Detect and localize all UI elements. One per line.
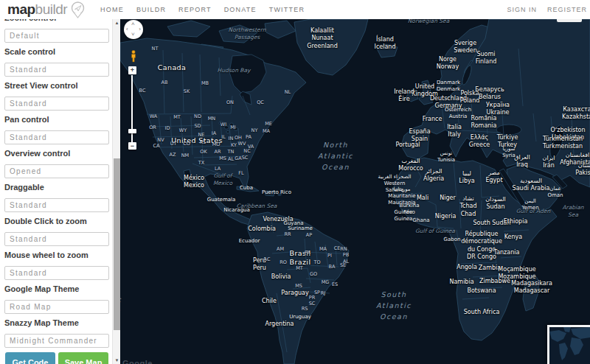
field-snazzy-map-theme: Snazzy Map ThemeMidnight Commander [4, 318, 109, 348]
select-google-map-theme[interactable]: Road Map [4, 300, 109, 314]
field-label: Pan control [4, 115, 109, 125]
select-street-view-control[interactable]: Standard [4, 97, 109, 111]
logo[interactable]: mapbuildr [7, 1, 86, 18]
nav-item-report[interactable]: REPORT [178, 6, 212, 13]
field-draggable: DraggableStandard [4, 183, 109, 212]
pan-right-icon[interactable]: › [139, 27, 141, 32]
field-zoom-control: Zoom controlDefault [4, 19, 109, 43]
field-street-view-control: Street View controlStandard [4, 81, 109, 111]
field-label: Zoom control [4, 19, 109, 23]
pan-down-icon[interactable]: ˅ [131, 32, 135, 38]
pan-control[interactable]: ˄ ˅ ‹ › [124, 20, 143, 39]
select-double-click-to-zoom[interactable]: Standard [4, 232, 109, 246]
zoom-out-button[interactable]: − [128, 142, 136, 150]
field-double-click-to-zoom: Double Click to zoomStandard [4, 217, 109, 246]
google-attribution: Google [122, 359, 153, 364]
settings-sidebar: Zoom controlDefaultScale controlStandard… [0, 19, 112, 364]
account-link-register[interactable]: REGISTER [547, 6, 587, 13]
logo-text-light: buildr [35, 1, 67, 18]
select-overview-control[interactable]: Opened [4, 164, 109, 178]
sidebar-buttons: Get CodeSave Map [4, 352, 109, 364]
save-map-button[interactable]: Save Map [58, 352, 108, 364]
field-label: Street View control [4, 81, 109, 91]
settings-form: Zoom controlDefaultScale controlStandard… [0, 19, 112, 364]
pan-left-icon[interactable]: ‹ [126, 27, 128, 32]
field-label: Double Click to zoom [4, 217, 109, 226]
street-view-pegman-icon[interactable] [130, 50, 137, 66]
nav-item-home[interactable]: HOME [100, 6, 124, 13]
map-type-control[interactable] [557, 19, 582, 22]
field-scale-control: Scale controlStandard [4, 47, 109, 77]
scrollbar-thumb[interactable] [114, 158, 120, 330]
main-nav: HOMEBUILDRREPORTDONATETWITTER [100, 6, 305, 13]
map-canvas[interactable]: North Atlantic OceanSouth Atlantic Ocean… [120, 19, 590, 364]
nav-item-twitter[interactable]: TWITTER [269, 6, 305, 13]
select-snazzy-map-theme[interactable]: Midnight Commander [4, 334, 109, 348]
overview-map-inset[interactable] [547, 325, 590, 364]
select-pan-control[interactable]: Standard [4, 130, 109, 144]
logo-text-bold: map [7, 1, 35, 18]
field-label: Mouse wheel to zoom [4, 251, 109, 260]
pan-up-icon[interactable]: ˄ [131, 21, 135, 27]
field-google-map-theme: Google Map ThemeRoad Map [4, 284, 109, 314]
field-label: Scale control [4, 47, 109, 57]
select-zoom-control[interactable]: Default [4, 29, 109, 43]
select-draggable[interactable]: Standard [4, 198, 109, 212]
field-label: Snazzy Map Theme [4, 318, 109, 328]
field-label: Overview control [4, 149, 109, 158]
get-code-button[interactable]: Get Code [5, 352, 55, 364]
field-pan-control: Pan controlStandard [4, 115, 109, 144]
zoom-in-button[interactable]: + [128, 66, 136, 74]
select-mouse-wheel-to-zoom[interactable]: Standard [4, 266, 109, 280]
account-link-sign-in[interactable]: SIGN IN [507, 6, 537, 13]
zoom-handle[interactable] [128, 129, 136, 133]
map-pin-icon [70, 1, 86, 18]
header: mapbuildr HOMEBUILDRREPORTDONATETWITTER … [0, 0, 590, 19]
overview-map-graphic [549, 327, 590, 364]
nav-item-donate[interactable]: DONATE [224, 6, 257, 13]
field-mouse-wheel-to-zoom: Mouse wheel to zoomStandard [4, 251, 109, 280]
account-nav: SIGN INREGISTER [507, 6, 587, 13]
app-window: mapbuildr HOMEBUILDRREPORTDONATETWITTER … [0, 0, 590, 364]
select-scale-control[interactable]: Standard [4, 63, 109, 77]
field-label: Google Map Theme [4, 284, 109, 294]
field-overview-control: Overview controlOpened [4, 149, 109, 178]
nav-item-buildr[interactable]: BUILDR [136, 6, 166, 13]
field-label: Draggable [4, 183, 109, 192]
world-map-graphic [120, 19, 590, 364]
sidebar-scrollbar[interactable]: ▲ ▼ [112, 19, 120, 364]
